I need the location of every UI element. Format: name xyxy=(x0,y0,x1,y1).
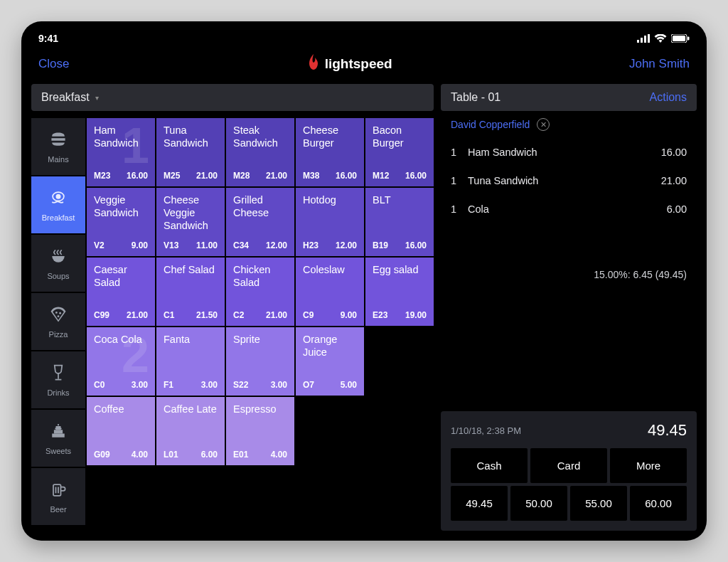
tile-price: 3.00 xyxy=(132,380,148,390)
tile-code: V13 xyxy=(164,240,178,250)
tile-code: E23 xyxy=(373,310,387,320)
menu-tile[interactable]: CoffeeG094.00 xyxy=(87,397,155,465)
app-header: Close lightspeed John Smith xyxy=(31,48,697,80)
pay-button-cash[interactable]: Cash xyxy=(451,448,528,483)
menu-tile[interactable]: Cheese Veggie SandwichV1311.00 xyxy=(156,188,225,256)
menu-tile[interactable]: Caffee LateL016.00 xyxy=(156,397,225,465)
tile-code: C2 xyxy=(233,310,244,320)
status-time: 9:41 xyxy=(38,33,58,44)
sidebar-item-drinks[interactable]: Drinks xyxy=(31,351,85,408)
order-line[interactable]: 1Tuna Sandwich21.00 xyxy=(441,166,697,195)
tile-code: E01 xyxy=(233,450,248,460)
tile-name: Chef Salad xyxy=(164,263,218,276)
menu-tile[interactable]: ColeslawC99.00 xyxy=(296,258,364,326)
tile-code: L01 xyxy=(164,450,178,460)
actions-button[interactable]: Actions xyxy=(650,91,687,104)
svg-point-19 xyxy=(60,428,61,429)
wine-icon xyxy=(48,363,68,384)
tile-name: Fanta xyxy=(164,333,218,346)
status-bar: 9:41 xyxy=(31,28,697,48)
menu-tile[interactable]: Egg saladE2319.00 xyxy=(365,258,434,326)
pay-button-more[interactable]: More xyxy=(610,448,687,483)
svg-point-9 xyxy=(55,312,58,314)
user-menu[interactable]: John Smith xyxy=(629,57,690,71)
tile-name: Cheese Burger xyxy=(303,124,357,149)
tile-price: 9.00 xyxy=(132,240,148,250)
tile-name: Caffee Late xyxy=(164,403,218,415)
tile-name: Sprite xyxy=(233,333,287,346)
sidebar-item-pizza[interactable]: Pizza xyxy=(31,293,85,350)
quick-amount-button[interactable]: 60.00 xyxy=(630,486,687,521)
menu-tile[interactable]: HotdogH2312.00 xyxy=(296,188,364,256)
brand-text: lightspeed xyxy=(325,56,392,72)
menu-tile[interactable]: 1Ham SandwichM2316.00 xyxy=(87,118,155,186)
tile-code: S22 xyxy=(233,380,248,390)
quick-amount-button[interactable]: 49.45 xyxy=(451,486,508,521)
svg-rect-0 xyxy=(637,40,639,43)
order-line-qty: 1 xyxy=(451,175,468,186)
menu-tile[interactable]: Veggie SandwichV29.00 xyxy=(87,188,155,256)
tile-name: Hotdog xyxy=(303,193,357,206)
menu-tile[interactable]: Chicken SaladC221.00 xyxy=(226,258,294,326)
order-line[interactable]: 1Ham Sandwich16.00 xyxy=(441,138,697,166)
tile-code: C1 xyxy=(164,310,174,320)
sidebar-item-label: Breakfast xyxy=(42,213,75,222)
tile-name: Caesar Salad xyxy=(94,263,148,289)
menu-tile[interactable]: Caesar SaladC9921.00 xyxy=(87,258,155,326)
tile-name: Ham Sandwich xyxy=(94,124,148,149)
menu-tile[interactable]: Steak SandwichM2821.00 xyxy=(226,118,294,186)
quick-amount-row: 49.4550.0055.0060.00 xyxy=(451,486,687,521)
menu-tile[interactable]: Orange JuiceO75.00 xyxy=(296,327,364,396)
tile-code: C0 xyxy=(94,380,105,390)
close-button[interactable]: Close xyxy=(38,57,69,71)
customer-row: David Copperfield ✕ xyxy=(441,118,697,138)
order-lines: 1Ham Sandwich16.001Tuna Sandwich21.001Co… xyxy=(441,138,697,262)
payment-method-row: CashCardMore xyxy=(451,448,687,483)
menu-tile[interactable]: 2Coca ColaC03.00 xyxy=(87,327,155,396)
menu-tile[interactable]: Cheese BurgerM3816.00 xyxy=(296,118,364,186)
sidebar-item-beer[interactable]: Beer xyxy=(31,468,85,525)
category-selector[interactable]: Breakfast ▾ xyxy=(31,84,434,111)
sidebar-item-mains[interactable]: Mains xyxy=(31,118,85,175)
svg-point-8 xyxy=(56,195,60,198)
tile-price: 16.00 xyxy=(405,171,427,181)
menu-tile[interactable]: SpriteS223.00 xyxy=(226,327,294,396)
menu-tile[interactable]: EspressoE014.00 xyxy=(226,397,294,465)
tile-price: 21.00 xyxy=(127,310,148,320)
order-header: Table - 01 Actions xyxy=(441,84,697,111)
svg-rect-3 xyxy=(648,34,650,43)
sidebar-item-label: Drinks xyxy=(47,388,69,397)
sidebar-item-soups[interactable]: Soups xyxy=(31,235,85,292)
tile-price: 12.00 xyxy=(336,240,357,250)
soup-icon xyxy=(48,246,68,267)
menu-tile[interactable]: Grilled CheeseC3412.00 xyxy=(226,188,294,256)
menu-tile[interactable]: Bacon BurgerM1216.00 xyxy=(365,118,434,186)
sidebar-item-sweets[interactable]: Sweets xyxy=(31,410,85,467)
cake-icon xyxy=(48,421,68,442)
menu-tile[interactable]: Tuna SandwichM2521.00 xyxy=(156,118,225,186)
menu-tile[interactable]: FantaF13.00 xyxy=(156,327,225,396)
brand-logo: lightspeed xyxy=(306,54,392,74)
order-line-name: Cola xyxy=(468,203,667,215)
svg-point-11 xyxy=(58,315,60,317)
menu-tile[interactable]: BLTB1916.00 xyxy=(365,188,434,256)
tile-price: 9.00 xyxy=(341,310,357,320)
pay-button-card[interactable]: Card xyxy=(530,448,607,483)
menu-tile[interactable]: Chef SaladC121.50 xyxy=(156,258,225,326)
order-line[interactable]: 1Cola6.00 xyxy=(441,195,697,223)
tile-code: C99 xyxy=(94,310,109,320)
tile-name: Coca Cola xyxy=(94,333,148,346)
remove-customer-button[interactable]: ✕ xyxy=(537,118,550,131)
order-footer: 1/10/18, 2:38 PM 49.45 CashCardMore 49.4… xyxy=(441,411,697,531)
svg-rect-6 xyxy=(687,37,690,41)
quick-amount-button[interactable]: 50.00 xyxy=(510,486,567,521)
quick-amount-button[interactable]: 55.00 xyxy=(570,486,627,521)
tile-price: 16.00 xyxy=(405,240,427,250)
sidebar-item-breakfast[interactable]: Breakfast xyxy=(31,176,85,233)
category-label: Breakfast xyxy=(41,91,90,104)
category-sidebar: MainsBreakfastSoupsPizzaDrinksSweetsBeer xyxy=(31,118,85,531)
sidebar-item-label: Beer xyxy=(50,505,66,514)
customer-name[interactable]: David Copperfield xyxy=(451,119,530,130)
tile-price: 21.50 xyxy=(196,310,218,320)
order-line-qty: 1 xyxy=(451,203,468,215)
